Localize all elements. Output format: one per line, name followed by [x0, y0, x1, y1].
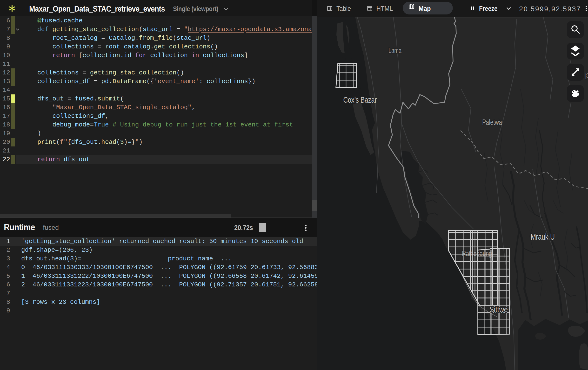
svg-text:p: p: [585, 71, 588, 79]
svg-text:Cox’s Bazar: Cox’s Bazar: [343, 95, 377, 104]
svg-text:Mrauk U: Mrauk U: [531, 232, 555, 241]
svg-text:Lama: Lama: [388, 46, 402, 55]
svg-text:Paletwa: Paletwa: [482, 118, 502, 126]
svg-text:Sittwe: Sittwe: [489, 305, 508, 314]
svg-text:Rathedaung: Rathedaung: [462, 249, 492, 258]
